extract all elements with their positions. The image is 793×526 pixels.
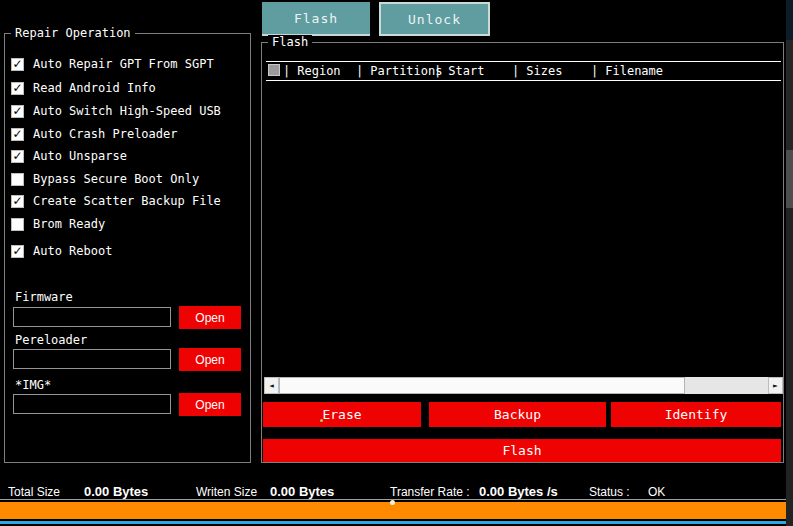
column-header-start[interactable]: | Start <box>434 63 484 79</box>
checkbox-auto-unsparse[interactable]: ✓ Auto Unsparse <box>11 148 127 164</box>
column-label: Filename <box>605 64 663 78</box>
checkbox-label: Auto Reboot <box>33 244 112 258</box>
column-header-partitions[interactable]: | Partitions <box>356 63 442 79</box>
checkbox-icon[interactable]: ✓ <box>11 150 24 163</box>
backup-button[interactable]: Backup <box>429 402 606 427</box>
cursor-artifact-dot <box>320 419 323 422</box>
repair-operation-group: Repair Operation ✓ Auto Repair GPT From … <box>4 33 251 463</box>
written-size-value: 0.00 Bytes <box>270 484 334 499</box>
img-open-button[interactable]: Open <box>179 393 241 416</box>
app-window: Flash Unlock Repair Operation ✓ Auto Rep… <box>0 0 793 526</box>
scrollbar-thumb[interactable] <box>279 377 685 394</box>
total-size-label: Total Size <box>8 485 60 499</box>
checkbox-label: Bypass Secure Boot Only <box>33 172 199 186</box>
flash-button[interactable]: Flash <box>263 439 781 462</box>
checkbox-auto-crash-preloader[interactable]: ✓ Auto Crash Preloader <box>11 126 178 142</box>
firmware-input[interactable] <box>13 307 171 327</box>
checkbox-label: Auto Crash Preloader <box>33 127 178 141</box>
column-label: Partitions <box>370 64 442 78</box>
column-header-filename[interactable]: | Filename <box>591 63 663 79</box>
checkbox-auto-switch-usb[interactable]: ✓ Auto Switch High-Speed USB <box>11 103 221 119</box>
checkbox-icon[interactable]: ✓ <box>11 105 24 118</box>
flash-mode-button[interactable]: Flash <box>262 2 370 36</box>
scroll-right-arrow-icon[interactable]: ► <box>768 377 783 394</box>
checkbox-label: Auto Switch High-Speed USB <box>33 104 221 118</box>
column-label: Start <box>448 64 484 78</box>
firmware-label: Firmware <box>15 290 73 304</box>
status-value: OK <box>648 485 665 499</box>
edge-segment <box>786 208 793 526</box>
scrollbar-track[interactable] <box>685 377 768 394</box>
transfer-rate-label: Transfer Rate : <box>390 485 470 499</box>
table-header-top-line <box>266 61 781 62</box>
transfer-rate-value: 0.00 Bytes /s <box>479 484 558 499</box>
checkbox-label: Read Android Info <box>33 81 156 95</box>
checkbox-auto-repair-gpt[interactable]: ✓ Auto Repair GPT From SGPT <box>11 56 214 72</box>
cursor-dot <box>390 500 395 505</box>
checkbox-label: Brom Ready <box>33 217 105 231</box>
total-size-value: 0.00 Bytes <box>84 484 148 499</box>
column-header-sizes[interactable]: | Sizes <box>512 63 562 79</box>
column-label: Sizes <box>526 64 562 78</box>
unlock-mode-button[interactable]: Unlock <box>379 2 490 36</box>
column-separator: | <box>512 64 519 78</box>
checkbox-icon[interactable]: ✓ <box>11 245 24 258</box>
checkbox-label: Auto Repair GPT From SGPT <box>33 57 214 71</box>
img-label: *IMG* <box>15 378 51 392</box>
scroll-left-arrow-icon[interactable]: ◄ <box>264 377 279 394</box>
preloader-label: Pereloader <box>15 333 87 347</box>
column-header-region[interactable]: | Region <box>283 63 341 79</box>
edge-segment <box>786 40 793 150</box>
column-separator: | <box>283 64 290 78</box>
checkbox-create-scatter-backup[interactable]: ✓ Create Scatter Backup File <box>11 193 221 209</box>
preloader-input[interactable] <box>13 349 171 369</box>
checkbox-icon[interactable]: ✓ <box>11 195 24 208</box>
window-edge-strip <box>786 0 793 526</box>
column-separator: | <box>356 64 363 78</box>
erase-button[interactable]: Erase <box>263 402 421 427</box>
bottom-accent-line <box>0 521 789 524</box>
identify-button[interactable]: Identify <box>611 402 781 427</box>
flash-group: Flash | Region | Partitions | Start | Si… <box>261 42 784 463</box>
column-separator: | <box>591 64 598 78</box>
checkbox-read-android-info[interactable]: ✓ Read Android Info <box>11 80 156 96</box>
flash-group-title: Flash <box>268 35 312 49</box>
edge-segment <box>786 150 793 208</box>
checkbox-label: Auto Unsparse <box>33 149 127 163</box>
checkbox-icon[interactable]: ✓ <box>11 82 24 95</box>
preloader-open-button[interactable]: Open <box>179 348 241 371</box>
checkbox-brom-ready[interactable]: Brom Ready <box>11 216 105 232</box>
edge-segment <box>786 0 793 40</box>
select-all-checkbox[interactable] <box>268 64 280 76</box>
column-label: Region <box>297 64 340 78</box>
partition-table-body[interactable] <box>264 81 783 376</box>
checkbox-icon[interactable] <box>11 218 24 231</box>
img-input[interactable] <box>13 394 171 414</box>
checkbox-label: Create Scatter Backup File <box>33 194 221 208</box>
checkbox-bypass-secure-boot[interactable]: Bypass Secure Boot Only <box>11 171 199 187</box>
firmware-open-button[interactable]: Open <box>179 306 241 329</box>
written-size-label: Writen Size <box>196 485 257 499</box>
repair-operation-title: Repair Operation <box>11 26 135 40</box>
checkbox-icon[interactable]: ✓ <box>11 58 24 71</box>
horizontal-scrollbar[interactable]: ◄ ► <box>264 377 783 394</box>
column-separator: | <box>434 64 441 78</box>
status-label: Status : <box>589 485 630 499</box>
checkbox-icon[interactable] <box>11 173 24 186</box>
checkbox-auto-reboot[interactable]: ✓ Auto Reboot <box>11 243 112 259</box>
checkbox-icon[interactable]: ✓ <box>11 128 24 141</box>
